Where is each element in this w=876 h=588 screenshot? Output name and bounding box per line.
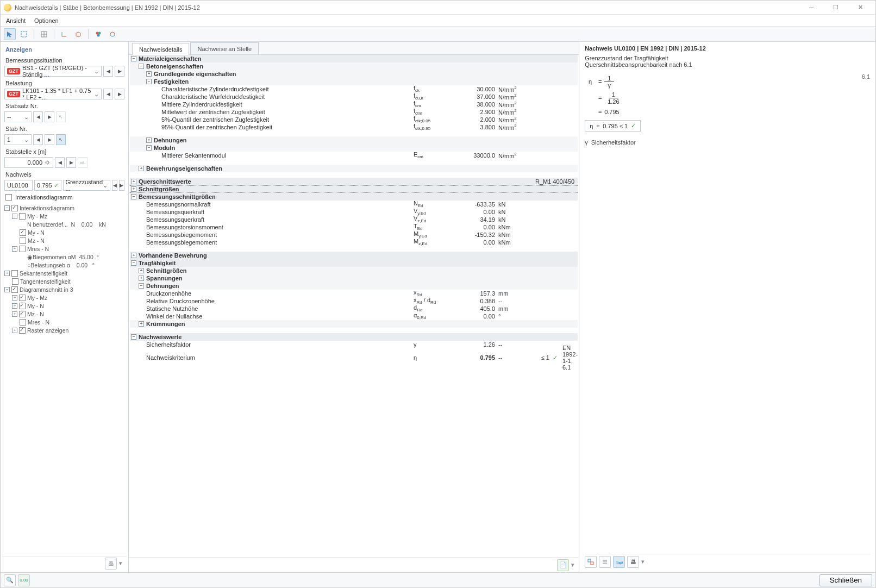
rf-icon3[interactable]: 5⇄4	[613, 556, 625, 568]
svg-text:5⇄4: 5⇄4	[616, 560, 623, 565]
result-box: η ≈ 0.795 ≤ 1 ✓	[585, 120, 641, 132]
tab-details[interactable]: Nachweisdetails	[132, 43, 189, 55]
checkbox-icon	[5, 194, 12, 201]
chevron-down-icon: ⌄	[24, 114, 29, 121]
load-next[interactable]: ▶	[115, 89, 124, 99]
chevron-down-icon: ⌄	[103, 182, 108, 189]
stab-prev[interactable]: ◀	[33, 134, 43, 145]
dropdown-icon[interactable]: ▾	[119, 560, 122, 567]
tool-cube-icon[interactable]	[72, 28, 84, 40]
eq-ref: 6.1	[862, 73, 870, 132]
load-select[interactable]: GZT LK101 - 1.35 * LF1 + 0.75 * LF2 +...…	[4, 89, 102, 99]
situation-select[interactable]: GZT BS1 - GZT (STR/GEO) - Ständig ... ⌄	[4, 66, 102, 77]
tab-stelle[interactable]: Nachweise an Stelle	[190, 42, 259, 54]
stabsatz-select[interactable]: --⌄	[4, 111, 32, 122]
right-desc1: Grenzzustand der Tragfähigkeit	[585, 55, 870, 61]
tool-cursor-icon[interactable]	[4, 28, 16, 40]
stabstelle-extra[interactable]: x/L	[78, 157, 87, 168]
nachweis-next[interactable]: ▶	[119, 180, 124, 191]
tree-view[interactable]: − Interaktionsdiagramm − My - Mz N benut…	[2, 203, 127, 556]
load-prev[interactable]: ◀	[103, 89, 113, 99]
menu-optionen[interactable]: Optionen	[34, 17, 59, 24]
close-dialog-button[interactable]: Schließen	[819, 574, 872, 586]
tool-table-icon[interactable]	[38, 28, 50, 40]
maximize-button[interactable]: ☐	[824, 1, 848, 14]
situation-prev[interactable]: ◀	[103, 66, 113, 77]
tool-colors-icon[interactable]	[92, 28, 104, 40]
stabsatz-next[interactable]: ▶	[45, 111, 54, 122]
dropdown-icon[interactable]: ▾	[571, 561, 574, 568]
left-panel: Anzeigen Bemessungssituation GZT BS1 - G…	[1, 42, 129, 572]
stabsatz-label: Stabsatz Nr.	[2, 101, 127, 110]
rf-icon2[interactable]	[599, 556, 611, 568]
stabstelle-prev[interactable]: ◀	[55, 157, 65, 168]
tool-axis-icon[interactable]	[58, 28, 70, 40]
menubar: Ansicht Optionen	[1, 15, 875, 27]
chevron-down-icon: ⌄	[24, 136, 29, 143]
situation-text: BS1 - GZT (STR/GEO) - Ständig ...	[22, 65, 94, 78]
load-text: LK101 - 1.35 * LF1 + 0.75 * LF2 +...	[22, 87, 94, 101]
window-title: Nachweisdetails | Stäbe | Betonbemessung…	[15, 4, 799, 11]
tool-select-icon[interactable]	[18, 28, 30, 40]
titlebar: Nachweisdetails | Stäbe | Betonbemessung…	[1, 1, 875, 15]
stabstelle-next[interactable]: ▶	[66, 157, 76, 168]
stab-next[interactable]: ▶	[45, 134, 54, 145]
svg-rect-9	[588, 559, 591, 562]
nachweis-prev[interactable]: ◀	[112, 180, 117, 191]
stab-label: Stab Nr.	[2, 123, 127, 133]
check-icon: ✓	[631, 122, 636, 129]
print-icon[interactable]: 🖶	[105, 558, 117, 570]
load-badge: GZT	[7, 91, 20, 97]
right-desc2: Querschnittsbeanspruchbarkeit nach 6.1	[585, 61, 870, 68]
right-panel: Nachweis UL0100 | EN 1992 | DIN | 2015-1…	[579, 42, 875, 572]
check-icon: ✓	[54, 182, 59, 189]
situation-label: Bemessungssituation	[2, 55, 127, 65]
search-icon[interactable]: 🔍	[4, 574, 16, 586]
toolbar	[1, 27, 875, 42]
load-label: Belastung	[2, 78, 127, 87]
nachweis-val: 0.795✓	[34, 180, 61, 191]
nachweis-id: UL0100	[4, 180, 33, 191]
close-button[interactable]: ✕	[848, 1, 872, 14]
stab-select[interactable]: 1⌄	[4, 134, 32, 145]
menu-ansicht[interactable]: Ansicht	[6, 17, 26, 24]
statusbar: 🔍 0.00 Schließen	[1, 572, 875, 587]
tool-sync-icon[interactable]	[107, 28, 118, 40]
stabsatz-prev[interactable]: ◀	[33, 111, 43, 122]
check-icon: ✓	[549, 354, 560, 361]
stabstelle-label: Stabstelle x [m]	[2, 146, 127, 156]
svg-rect-0	[21, 32, 27, 37]
app-icon	[4, 4, 11, 11]
chevron-down-icon: ⌄	[94, 68, 99, 75]
print-icon[interactable]: 🖶	[627, 556, 639, 568]
units-icon[interactable]: 0.00	[18, 574, 30, 586]
rf-icon1[interactable]	[585, 556, 597, 568]
stabsatz-pick[interactable]: ↖	[56, 111, 66, 122]
stabstelle-input[interactable]: 0.000⯐	[4, 157, 53, 168]
panel-title: Anzeigen	[2, 44, 127, 55]
situation-badge: GZT	[7, 68, 20, 74]
nachweis-label: Nachweis	[2, 169, 127, 179]
report-icon[interactable]: 📄	[557, 559, 569, 571]
chevron-down-icon: ⌄	[94, 91, 99, 98]
right-title: Nachweis UL0100 | EN 1992 | DIN | 2015-1…	[585, 45, 870, 52]
dropdown-icon[interactable]: ▾	[641, 558, 645, 565]
situation-next[interactable]: ▶	[115, 66, 124, 77]
nachweis-select[interactable]: Grenzzustand ...⌄	[63, 180, 110, 191]
svg-point-8	[97, 34, 100, 36]
minimize-button[interactable]: ─	[799, 1, 823, 14]
stab-pick[interactable]: ↖	[56, 134, 66, 145]
mid-panel: Nachweisdetails Nachweise an Stelle −Mat…	[129, 42, 579, 572]
details-grid[interactable]: −Materialeigenschaften −Betoneigenschaft…	[129, 55, 579, 557]
svg-rect-10	[591, 562, 593, 565]
interaktion-toggle[interactable]: Interaktionsdiagramm	[2, 192, 127, 203]
